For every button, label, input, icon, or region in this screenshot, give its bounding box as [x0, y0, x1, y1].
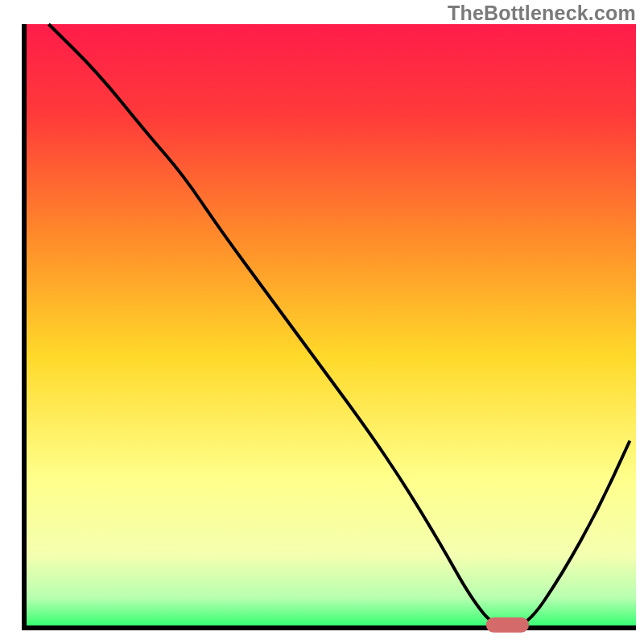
gradient-background [24, 24, 636, 628]
watermark-text: TheBottleneck.com [448, 2, 636, 25]
optimal-zone-marker [486, 617, 529, 633]
chart-svg [0, 0, 644, 644]
bottleneck-chart: TheBottleneck.com [0, 0, 644, 644]
